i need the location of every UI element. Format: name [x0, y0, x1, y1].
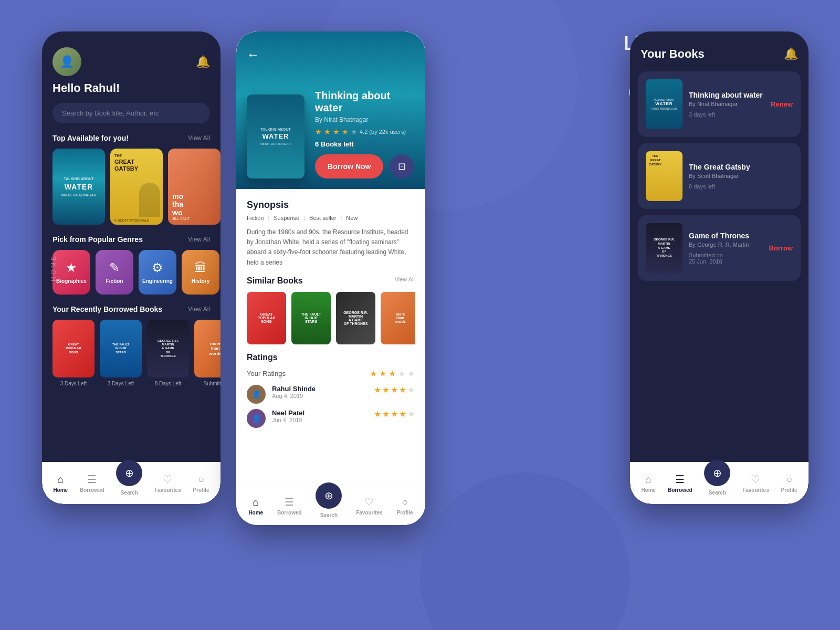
nav3-search[interactable]: ⊕ Search [704, 470, 730, 496]
favourites2-icon: ♡ [364, 496, 374, 508]
reviewer-info-2: Neel Patel Jun 4, 2019 [272, 409, 368, 423]
nav3-profile[interactable]: ○ Profile [781, 474, 797, 493]
bottom-nav-3: ⌂ Home ☰ Borrowed ⊕ Search ♡ Favourites … [630, 462, 808, 504]
favourites-icon: ♡ [163, 473, 172, 486]
similar-view-all[interactable]: View All [395, 276, 415, 286]
favourites3-icon: ♡ [751, 473, 760, 486]
book-more-words[interactable]: morethanwords [194, 320, 220, 377]
search2-button[interactable]: ⊕ [316, 482, 342, 509]
bc-cover-1: TALKING ABOUT WATER NIRAT BHATNAGAR [646, 79, 682, 129]
book-gatsby[interactable]: THE GREATGATSBY F. SCOTT FITZGERALD [110, 149, 163, 225]
borrowed-icon: ☰ [87, 473, 97, 486]
sim-book-1[interactable]: GREATPOPULARSONG [247, 292, 286, 344]
fiction-icon: ✎ [109, 260, 120, 275]
top-books-row: TALKING ABOUT WATER NIRAT BHATNAGAR THE … [42, 149, 220, 235]
bottom-nav-1: ⌂ Home ☰ Borrowed ⊕ Search ♡ Favourites … [42, 462, 220, 504]
book-game-of-thrones[interactable]: GEORGE R.R.MARTINA GAMEOFTHRONES [147, 320, 189, 377]
synopsis-tags: Fiction | Suspense | Best seller | New [247, 215, 415, 221]
reviewer-avatar-1: 👤 [247, 385, 266, 404]
genre-biographies[interactable]: ★ Biographies [52, 250, 90, 295]
bottom-nav-2: ⌂ Home ☰ Borrowed ⊕ Search ♡ Favourites … [236, 486, 425, 525]
borrow-button[interactable]: Borrow [769, 244, 793, 252]
reviewer-info-1: Rahul Shinde Aug 4, 2019 [272, 385, 368, 399]
renew-button[interactable]: Renew [771, 100, 793, 108]
your-rating-stars[interactable]: ★★★★★ [370, 369, 415, 379]
nav3-favourites[interactable]: ♡ Favourites [742, 473, 769, 493]
bc-info-1: Thinking about water By Nirat Bhatnagar … [689, 91, 764, 118]
genres-header: Pick from Popular Genres View All [42, 235, 220, 250]
nav2-profile[interactable]: ○ Profile [396, 496, 413, 516]
nav-borrowed[interactable]: ☰ Borrowed [80, 473, 104, 493]
biographies-icon: ★ [66, 260, 77, 275]
bc-info-2: The Great Gatsby By Scott Bhatnagar 8 da… [689, 163, 793, 190]
nav-search[interactable]: ⊕ Search [116, 470, 142, 496]
genre-fiction[interactable]: ✎ Fiction [96, 250, 133, 295]
bell-icon[interactable]: 🔔 [196, 55, 210, 69]
recent-books-row: GREATPOPULARSONG 3 Days Left THE FAULTIN… [42, 320, 220, 392]
book-actions: Borrow Now ⊡ [315, 154, 415, 178]
phone3-borrowed: BORROWED BOOK Your Books 🔔 TALKING ABOUT… [630, 32, 808, 504]
nav3-borrowed[interactable]: ☰ Borrowed [668, 473, 692, 493]
back-button[interactable]: ← [247, 47, 259, 62]
profile3-icon: ○ [786, 474, 792, 486]
search-input[interactable]: Search by Book title, Author, etc [52, 103, 210, 123]
history-icon: 🏛 [194, 260, 207, 275]
your-ratings: Your Ratings ★★★★★ [247, 369, 415, 379]
profile-icon: ○ [198, 474, 204, 486]
nav-home[interactable]: ⌂ Home [53, 474, 68, 493]
greeting: Hello Rahul! [42, 81, 220, 103]
nav2-borrowed[interactable]: ☰ Borrowed [277, 496, 302, 516]
rating-stars: ★★★★★ 4.2 (by 22k users) [315, 128, 415, 136]
view-all-recent[interactable]: View All [188, 306, 210, 313]
sim-book-3[interactable]: GEORGE R.R.MARTINA GAMEOF THRONES [336, 292, 375, 344]
nav2-favourites[interactable]: ♡ Favourites [356, 496, 383, 516]
borrowed3-icon: ☰ [675, 473, 685, 486]
review-1: 👤 Rahul Shinde Aug 4, 2019 ★★★★★ [247, 385, 415, 404]
borrowed-card-2: THEGREATCATSBY The Great Gatsby By Scott… [638, 143, 801, 209]
ratings-section: Ratings Your Ratings ★★★★★ 👤 Rahul Shind… [247, 353, 415, 428]
bookmark-button[interactable]: ⊡ [390, 154, 414, 178]
profile2-icon: ○ [402, 496, 408, 508]
reviewer-stars-1: ★★★★★ [374, 385, 415, 395]
bc-info-3: Game of Thrones By George R. R. Martin S… [689, 232, 763, 265]
bc-cover-3: GEORGE R.R.MARTINA GAMEOFTHRONES [646, 223, 682, 273]
book-detail-header: ← TALKING ABOUT WATER NIRAT BHATNAGAR Th… [236, 32, 425, 189]
bc-cover-2: THEGREATCATSBY [646, 151, 682, 201]
search-icon: ⊕ [125, 467, 134, 479]
borrow-now-button[interactable]: Borrow Now [315, 154, 383, 178]
phone1-side-label: HOME [50, 254, 57, 281]
book-fault-stars[interactable]: THE FAULTIN OURSTARS [100, 320, 142, 377]
phone1-header: 👤 🔔 [42, 32, 220, 81]
bell3-icon[interactable]: 🔔 [784, 47, 798, 61]
book-great-popular[interactable]: GREATPOPULARSONG [52, 320, 94, 377]
search3-button[interactable]: ⊕ [704, 460, 730, 486]
search-button[interactable]: ⊕ [116, 460, 142, 486]
reviewer-stars-2: ★★★★★ [374, 409, 415, 419]
phone1-home: HOME 👤 🔔 Hello Rahul! Search by Book tit… [42, 32, 220, 504]
home-icon: ⌂ [57, 474, 64, 486]
borrowed-card-3: GEORGE R.R.MARTINA GAMEOFTHRONES Game of… [638, 215, 801, 281]
book-water[interactable]: TALKING ABOUT WATER NIRAT BHATNAGAR [52, 149, 105, 225]
recent-item-4: morethanwords Submitted [194, 320, 220, 386]
sim-book-4[interactable]: morethanwords [381, 292, 415, 344]
view-all-genres[interactable]: View All [188, 236, 210, 243]
book-more-than-words[interactable]: mothawo JILL SANT [168, 149, 220, 225]
genre-engineering[interactable]: ⚙ Engineering [139, 250, 176, 295]
book-content: Synopsis Fiction | Suspense | Best selle… [236, 189, 425, 525]
view-all-top[interactable]: View All [188, 134, 210, 142]
nav3-home[interactable]: ⌂ Home [641, 474, 656, 493]
nav2-home[interactable]: ⌂ Home [248, 496, 263, 516]
sim-book-2[interactable]: THE FAULTIN OURSTARS [291, 292, 331, 344]
recent-header: Your Recently Borrowed Books View All [42, 305, 220, 320]
book-cover-detail: TALKING ABOUT WATER NIRAT BHATNAGAR [247, 94, 304, 178]
review-2: 👤 Neel Patel Jun 4, 2019 ★★★★★ [247, 409, 415, 428]
recent-item-2: THE FAULTIN OURSTARS 3 Days Left [100, 320, 142, 386]
phone2-description: BOOK DESCRIPTION ← TALKING ABOUT WATER N… [236, 32, 425, 525]
avatar: 👤 [52, 47, 81, 76]
genre-history[interactable]: 🏛 History [182, 250, 219, 295]
nav-favourites[interactable]: ♡ Favourites [154, 473, 181, 493]
borrowed-card-1: TALKING ABOUT WATER NIRAT BHATNAGAR Thin… [638, 71, 801, 137]
nav-profile[interactable]: ○ Profile [193, 474, 209, 493]
nav2-search[interactable]: ⊕ Search [316, 493, 342, 518]
genres-row: ★ Biographies ✎ Fiction ⚙ Engineering 🏛 … [42, 250, 220, 305]
